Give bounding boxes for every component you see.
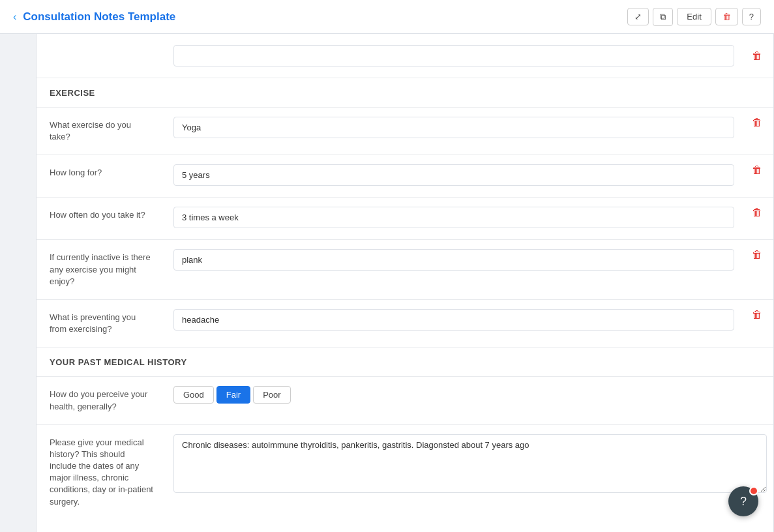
exercise-row-5: What is preventing you from exercising? … bbox=[37, 300, 773, 347]
exercise-row-2: How long for? 🗑 bbox=[37, 155, 773, 198]
delete-row-3-icon[interactable]: 🗑 bbox=[752, 207, 762, 218]
exercise-title: EXERCISE bbox=[50, 88, 95, 98]
help-fab-icon: ? bbox=[740, 495, 747, 509]
help-fab-badge bbox=[749, 486, 758, 495]
exercise-label-2: How long for? bbox=[37, 155, 167, 190]
medical-row-2: Please give your medical history? This s… bbox=[37, 425, 773, 520]
copy-button[interactable]: ⧉ bbox=[653, 8, 673, 26]
exercise-delete-1: 🗑 bbox=[741, 108, 773, 138]
exercise-row-1: What exercise do you take? 🗑 bbox=[37, 108, 773, 155]
health-btn-group: Good Fair Poor bbox=[173, 386, 291, 404]
delete-row-icon[interactable]: 🗑 bbox=[752, 50, 762, 62]
partial-field bbox=[167, 36, 741, 76]
edit-button[interactable]: Edit bbox=[677, 8, 711, 25]
header-left: ‹ Consultation Notes Template bbox=[13, 10, 175, 23]
exercise-delete-3: 🗑 bbox=[741, 198, 773, 228]
exercise-row-3: How often do you take it? 🗑 bbox=[37, 198, 773, 240]
app-container: ‹ Consultation Notes Template ⤢ ⧉ Edit 🗑… bbox=[0, 0, 774, 532]
exercise-field-2 bbox=[167, 155, 741, 195]
exercise-delete-5: 🗑 bbox=[741, 300, 773, 330]
exercise-row-4: If currently inactive is there any exerc… bbox=[37, 240, 773, 300]
partial-label bbox=[37, 44, 167, 68]
medical-section-header: YOUR PAST MEDICAL HISTORY bbox=[37, 347, 773, 377]
header-actions: ⤢ ⧉ Edit 🗑 ? bbox=[627, 8, 761, 26]
health-label: How do you perceive your health, general… bbox=[37, 377, 167, 424]
exercise-input-5[interactable] bbox=[173, 309, 734, 331]
back-button[interactable]: ‹ bbox=[13, 11, 16, 23]
exercise-input-2[interactable] bbox=[173, 164, 734, 186]
exercise-label-5: What is preventing you from exercising? bbox=[37, 300, 167, 347]
squish-icon: ⤢ bbox=[634, 12, 642, 22]
help-button[interactable]: ? bbox=[742, 8, 761, 25]
squish-button[interactable]: ⤢ bbox=[627, 8, 649, 25]
top-partial-row: 🗑 bbox=[37, 34, 773, 78]
content-area: 🗑 EXERCISE What exercise do you take? 🗑 … bbox=[36, 34, 774, 532]
history-textarea[interactable]: Chronic diseases: autoimmune thyroiditis… bbox=[173, 434, 767, 493]
exercise-field-3 bbox=[167, 198, 741, 237]
page-title: Consultation Notes Template bbox=[23, 10, 175, 23]
delete-row-1-icon[interactable]: 🗑 bbox=[752, 117, 762, 128]
history-field: Chronic diseases: autoimmune thyroiditis… bbox=[167, 425, 773, 502]
help-fab-button[interactable]: ? bbox=[728, 486, 758, 516]
exercise-input-1[interactable] bbox=[173, 117, 734, 138]
health-fair-btn[interactable]: Fair bbox=[216, 386, 250, 404]
exercise-label-3: How often do you take it? bbox=[37, 198, 167, 233]
medical-title: YOUR PAST MEDICAL HISTORY bbox=[50, 357, 187, 367]
page-layout: 🗑 EXERCISE What exercise do you take? 🗑 … bbox=[0, 34, 774, 532]
question-icon: ? bbox=[749, 12, 754, 22]
exercise-label-4: If currently inactive is there any exerc… bbox=[37, 240, 167, 299]
medical-row-1: How do you perceive your health, general… bbox=[37, 377, 773, 424]
health-field: Good Fair Poor bbox=[167, 377, 773, 413]
copy-icon: ⧉ bbox=[660, 12, 666, 22]
health-good-btn[interactable]: Good bbox=[173, 386, 214, 404]
health-poor-btn[interactable]: Poor bbox=[253, 386, 290, 404]
exercise-field-5 bbox=[167, 300, 741, 340]
partial-input[interactable] bbox=[173, 45, 734, 66]
exercise-delete-2: 🗑 bbox=[741, 155, 773, 185]
exercise-delete-4: 🗑 bbox=[741, 240, 773, 270]
history-label: Please give your medical history? This s… bbox=[37, 425, 167, 520]
exercise-input-3[interactable] bbox=[173, 207, 734, 228]
exercise-field-4 bbox=[167, 240, 741, 280]
delete-row-4-icon[interactable]: 🗑 bbox=[752, 249, 762, 261]
delete-row-5-icon[interactable]: 🗑 bbox=[752, 309, 762, 321]
partial-delete: 🗑 bbox=[741, 41, 773, 71]
left-sidebar bbox=[0, 34, 36, 532]
exercise-label-1: What exercise do you take? bbox=[37, 108, 167, 155]
exercise-input-4[interactable] bbox=[173, 249, 734, 271]
trash-icon: 🗑 bbox=[722, 12, 731, 22]
delete-row-2-icon[interactable]: 🗑 bbox=[752, 164, 762, 176]
header: ‹ Consultation Notes Template ⤢ ⧉ Edit 🗑… bbox=[0, 0, 774, 34]
delete-button[interactable]: 🗑 bbox=[715, 8, 738, 25]
exercise-field-1 bbox=[167, 108, 741, 147]
exercise-section-header: EXERCISE bbox=[37, 78, 773, 108]
